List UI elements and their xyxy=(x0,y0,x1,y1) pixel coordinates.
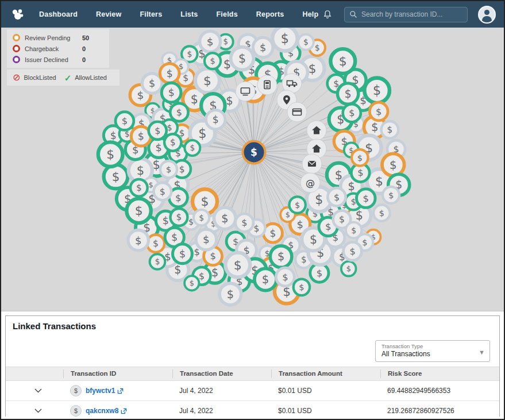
nav-item-help[interactable]: Help xyxy=(302,10,318,18)
transaction-node[interactable]: $ xyxy=(272,28,297,51)
transaction-node[interactable]: $ xyxy=(236,214,253,232)
transaction-link[interactable]: bfywctv1 xyxy=(86,387,124,395)
row-expand-chevron-icon[interactable] xyxy=(6,388,63,393)
transaction-node[interactable]: $ xyxy=(255,268,276,290)
svg-text:$: $ xyxy=(166,164,171,175)
svg-text:$: $ xyxy=(339,214,345,225)
transaction-node[interactable]: $ xyxy=(200,31,221,52)
search-icon xyxy=(349,10,357,18)
transaction-node[interactable]: $ xyxy=(364,78,390,103)
transaction-node[interactable]: $ xyxy=(160,64,179,83)
at-sign-attribute-node[interactable]: @ xyxy=(300,173,320,192)
transaction-node[interactable]: $ xyxy=(205,53,221,69)
transaction-node[interactable]: $ xyxy=(160,161,177,178)
envelope-attribute-node[interactable] xyxy=(302,154,322,174)
svg-text:$: $ xyxy=(390,159,397,172)
transaction-node[interactable]: $ xyxy=(298,34,314,50)
transaction-node[interactable]: $ xyxy=(327,188,345,206)
transaction-node[interactable]: $ xyxy=(373,205,390,221)
transaction-node[interactable]: $ xyxy=(164,134,181,151)
svg-text:$: $ xyxy=(137,89,144,101)
transaction-node[interactable]: $ xyxy=(173,244,192,264)
transaction-node[interactable]: $ xyxy=(357,189,376,208)
nav-item-dashboard[interactable]: Dashboard xyxy=(39,10,78,18)
transaction-node[interactable]: $ xyxy=(369,102,388,121)
svg-text:$: $ xyxy=(153,238,159,249)
credit-card-attribute-node[interactable] xyxy=(287,102,307,122)
transaction-search xyxy=(344,7,468,22)
transaction-node[interactable]: $ xyxy=(289,196,305,213)
transaction-link[interactable]: qakcnxw8 xyxy=(86,407,127,415)
transaction-node[interactable]: $ xyxy=(170,103,188,121)
transaction-node[interactable]: $ xyxy=(150,254,165,269)
legend-chargeback: Chargeback 0 xyxy=(13,45,103,52)
legend-count: 50 xyxy=(82,34,89,41)
transaction-node[interactable]: $ xyxy=(294,279,310,295)
svg-text:$: $ xyxy=(303,37,309,47)
transaction-node[interactable]: $ xyxy=(161,83,181,102)
nav-item-lists[interactable]: Lists xyxy=(180,10,198,18)
col-transaction-amount: Transaction Amount xyxy=(271,369,380,378)
nav-item-fields[interactable]: Fields xyxy=(216,10,237,18)
legend-review-pending: Review Pending 50 xyxy=(13,34,103,41)
transaction-node[interactable]: $ xyxy=(276,268,294,286)
transaction-node[interactable]: $ xyxy=(98,142,123,167)
transaction-node[interactable]: $ xyxy=(104,165,128,189)
transaction-node[interactable]: $ xyxy=(170,209,187,226)
nav-item-reports[interactable]: Reports xyxy=(256,10,284,18)
transaction-node[interactable]: $ xyxy=(154,183,172,201)
col-transaction-date: Transaction Date xyxy=(172,369,271,378)
legend-count: 0 xyxy=(82,56,86,63)
transaction-node[interactable]: $ xyxy=(214,207,236,229)
transaction-node[interactable]: $ xyxy=(343,104,361,122)
col-risk-score: Risk Score xyxy=(380,369,499,378)
row-expand-chevron-icon[interactable] xyxy=(6,409,63,413)
monitor-attribute-node[interactable] xyxy=(236,82,255,101)
svg-text:$: $ xyxy=(297,218,303,230)
table-header: Transaction ID Transaction Date Transact… xyxy=(6,367,499,381)
nav-item-review[interactable]: Review xyxy=(96,10,121,18)
transaction-node[interactable]: $ xyxy=(225,253,250,278)
transaction-node[interactable]: $ xyxy=(337,83,358,104)
transaction-node[interactable]: $ xyxy=(130,179,148,196)
svg-text:$: $ xyxy=(286,210,290,219)
svg-text:$: $ xyxy=(199,271,205,282)
transaction-node[interactable]: $ xyxy=(381,121,399,138)
card-terminal-attribute-node[interactable] xyxy=(257,75,277,95)
home-attribute-node[interactable] xyxy=(307,121,326,140)
notifications-bell-icon[interactable] xyxy=(321,8,334,21)
transaction-node[interactable]: $ xyxy=(383,187,399,203)
transaction-node[interactable]: $ xyxy=(196,229,217,250)
user-avatar[interactable] xyxy=(478,6,496,24)
transaction-node[interactable]: $ xyxy=(346,222,362,238)
transaction-node[interactable]: $ xyxy=(206,110,225,129)
transaction-node[interactable]: $ xyxy=(115,112,134,130)
svg-text:$: $ xyxy=(135,203,143,218)
transaction-node[interactable]: $ xyxy=(231,47,254,70)
transaction-node[interactable]: $ xyxy=(382,153,404,176)
svg-text:$: $ xyxy=(191,93,198,106)
svg-text:$: $ xyxy=(176,212,182,222)
transaction-type-dropdown[interactable]: Transaction Type All Transactions ▼ xyxy=(375,340,490,362)
app-logo[interactable] xyxy=(9,6,26,23)
transaction-node[interactable]: $ xyxy=(184,276,199,290)
svg-text:$: $ xyxy=(227,288,234,301)
search-input[interactable] xyxy=(361,10,459,18)
transaction-node[interactable]: $ xyxy=(184,140,200,156)
transaction-node[interactable]: $ xyxy=(270,246,292,268)
nav-item-filters[interactable]: Filters xyxy=(140,10,162,18)
transaction-node[interactable]: $ xyxy=(149,122,167,140)
transaction-node[interactable]: $ xyxy=(352,149,368,165)
transaction-node[interactable]: $ xyxy=(126,199,151,223)
transaction-node[interactable]: $ xyxy=(194,210,209,225)
transaction-node[interactable]: $ xyxy=(330,49,355,74)
transaction-node[interactable]: $ xyxy=(128,230,148,250)
center-transaction-node[interactable]: $ xyxy=(243,141,265,164)
transaction-node[interactable]: $ xyxy=(195,68,219,93)
chargeback-dot-icon xyxy=(13,45,20,52)
transaction-node[interactable]: $ xyxy=(341,261,356,276)
avatar-head xyxy=(484,10,489,15)
transaction-node[interactable]: $ xyxy=(344,242,362,260)
transaction-node[interactable]: $ xyxy=(219,283,241,305)
transaction-node[interactable]: $ xyxy=(253,37,273,57)
